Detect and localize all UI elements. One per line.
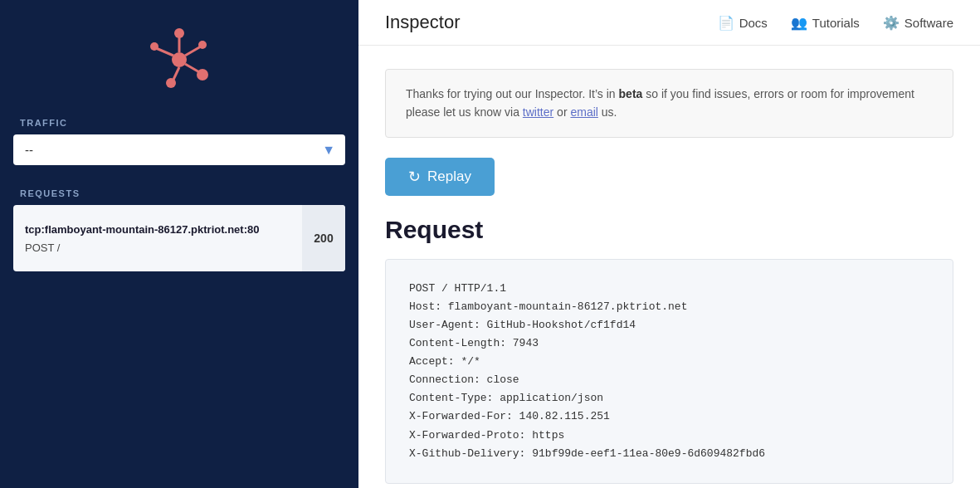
banner-text-3: us.: [602, 105, 617, 119]
twitter-link[interactable]: twitter: [523, 105, 553, 119]
code-line: Content-Length: 7943: [409, 334, 929, 353]
tutorials-link[interactable]: 👥 Tutorials: [791, 15, 860, 31]
request-list-item[interactable]: tcp:flamboyant-mountain-86127.pktriot.ne…: [13, 205, 345, 271]
nav-links: 📄 Docs 👥 Tutorials ⚙️ Software: [718, 15, 953, 31]
svg-point-7: [166, 78, 176, 88]
traffic-select[interactable]: --: [13, 134, 345, 165]
request-item-content: tcp:flamboyant-mountain-86127.pktriot.ne…: [13, 205, 271, 271]
code-line: Accept: */*: [409, 353, 929, 371]
traffic-label: TRAFFIC: [0, 108, 358, 134]
request-method: POST /: [25, 242, 259, 254]
banner-text-1: Thanks for trying out our Inspector. It’…: [406, 87, 619, 100]
svg-point-9: [198, 41, 207, 49]
code-line: User-Agent: GitHub-Hookshot/cf1fd14: [409, 316, 929, 334]
email-link[interactable]: email: [570, 105, 597, 119]
docs-icon: 📄: [718, 15, 734, 31]
top-nav: Inspector 📄 Docs 👥 Tutorials ⚙️ Software: [358, 0, 980, 46]
replay-icon: ↺: [408, 168, 421, 186]
banner-or: or: [557, 105, 570, 119]
code-line: X-Github-Delivery: 91bf99de-eef1-11ea-80…: [409, 445, 929, 463]
code-line: Content-Type: application/json: [409, 389, 929, 407]
code-line: POST / HTTP/1.1: [409, 280, 929, 298]
main-body: Thanks for trying out our Inspector. It’…: [358, 46, 980, 488]
code-line: Connection: close: [409, 371, 929, 389]
tutorials-label: Tutorials: [812, 16, 860, 30]
request-host: tcp:flamboyant-mountain-86127.pktriot.ne…: [25, 222, 259, 237]
app-logo: [138, 25, 221, 91]
traffic-select-wrapper: -- ▼: [13, 134, 345, 165]
code-line: Host: flamboyant-mountain-86127.pktriot.…: [409, 298, 929, 316]
banner-bold: beta: [619, 87, 643, 100]
svg-point-10: [197, 69, 208, 81]
software-link[interactable]: ⚙️ Software: [883, 15, 953, 31]
code-line: X-Forwarded-Proto: https: [409, 427, 929, 445]
code-line: X-Forwarded-For: 140.82.115.251: [409, 407, 929, 426]
request-status-badge: 200: [302, 205, 345, 271]
logo-area: [0, 0, 358, 108]
request-code-block: POST / HTTP/1.1 Host: flamboyant-mountai…: [385, 259, 953, 484]
svg-point-6: [174, 28, 184, 38]
page-title: Inspector: [385, 12, 461, 33]
main-content: Inspector 📄 Docs 👥 Tutorials ⚙️ Software…: [358, 0, 980, 488]
software-label: Software: [904, 16, 953, 30]
svg-point-8: [150, 42, 158, 51]
beta-banner: Thanks for trying out our Inspector. It’…: [385, 69, 953, 138]
gear-icon: ⚙️: [883, 15, 900, 31]
docs-link[interactable]: 📄 Docs: [718, 15, 768, 31]
docs-label: Docs: [739, 16, 768, 30]
tutorials-icon: 👥: [791, 15, 807, 31]
svg-line-4: [185, 46, 201, 56]
svg-line-3: [156, 48, 173, 56]
replay-button[interactable]: ↺ Replay: [385, 158, 495, 196]
request-section-title: Request: [385, 216, 953, 244]
replay-label: Replay: [427, 168, 471, 185]
sidebar: TRAFFIC -- ▼ REQUESTS tcp:flamboyant-mou…: [0, 0, 358, 488]
requests-label: REQUESTS: [0, 182, 358, 205]
